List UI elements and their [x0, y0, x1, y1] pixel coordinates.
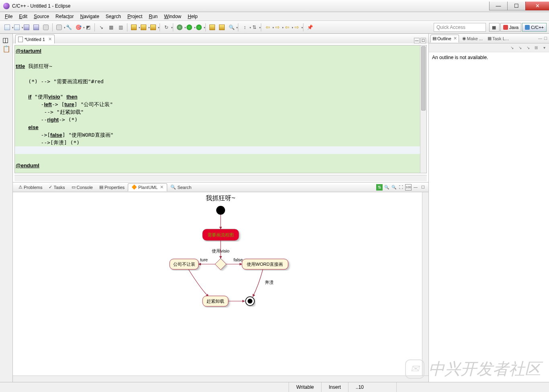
main-toolbar: 🔧 🎯 ◩ ↘ ▦ ▥ ↻ 🔍 ↕ ⇅ ⇦ ⇨ ⇦ ⇨ 📌 Quick Acce…: [0, 21, 549, 34]
svg-text:需要画流程图: 需要画流程图: [207, 232, 234, 237]
last-edit-button[interactable]: ⇦: [283, 23, 291, 32]
status-writable: Writable: [289, 382, 321, 392]
new-pkg-button[interactable]: [208, 23, 217, 32]
block-button[interactable]: ▦: [107, 23, 115, 32]
restore-icon[interactable]: ◫: [2, 36, 10, 44]
minimize-button[interactable]: —: [489, 2, 508, 10]
status-insert: Insert: [321, 382, 348, 392]
close-button[interactable]: ✕: [525, 2, 549, 10]
save-button[interactable]: [22, 23, 31, 32]
filter1-icon[interactable]: ↘: [509, 45, 515, 51]
file-icon: [18, 37, 23, 42]
min-view-icon[interactable]: —: [412, 184, 419, 191]
svg-text:奔溃: 奔溃: [265, 280, 274, 285]
menu-window[interactable]: Window: [161, 13, 184, 20]
next-edit-button[interactable]: ⇨: [292, 23, 301, 32]
target-button[interactable]: 🎯: [74, 23, 83, 32]
forward-button[interactable]: ⇨: [273, 23, 282, 32]
open-perspective-button[interactable]: ▦: [489, 23, 500, 32]
new-button[interactable]: [3, 23, 12, 32]
close-tab-icon[interactable]: ✕: [48, 37, 52, 42]
minimize-editor-icon[interactable]: —: [414, 38, 420, 43]
tab-tasks[interactable]: ✓ Tasks: [45, 183, 68, 191]
perspective-cpp[interactable]: C/C++: [522, 23, 547, 32]
run-button[interactable]: [185, 23, 194, 32]
open-type-button[interactable]: [217, 23, 226, 32]
step-button[interactable]: ↕: [240, 23, 249, 32]
zoom-out-icon[interactable]: 🔍: [391, 184, 397, 191]
perspective-java[interactable]: Java: [500, 23, 521, 32]
bottom-tab-bar: ⚠ Problems ✓ Tasks ▭ Console ▤ Propertie…: [13, 183, 428, 192]
close-icon[interactable]: ✕: [160, 185, 164, 190]
svg-text:使用WORD直接画: 使用WORD直接画: [247, 262, 283, 267]
diagram-hscroll[interactable]: [13, 376, 428, 382]
svg-text:使用visio: 使用visio: [212, 248, 229, 253]
menu-icon[interactable]: ▾: [541, 45, 547, 51]
maximize-editor-icon[interactable]: ☐: [420, 38, 426, 43]
min-icon[interactable]: —: [538, 36, 542, 41]
code-editor[interactable]: @startuml title 我抓狂呀~ (*) --> "需要画流程图"#r…: [14, 45, 427, 173]
new-project-button[interactable]: [12, 23, 21, 32]
group-icon[interactable]: ⊞: [533, 45, 539, 51]
save-all-button[interactable]: [32, 23, 41, 32]
menu-edit[interactable]: Edit: [16, 13, 31, 20]
new-src-button[interactable]: [149, 23, 158, 32]
editor-tab-untitled1[interactable]: *Untitled 1 ✕: [15, 35, 55, 43]
block2-button[interactable]: ▥: [116, 23, 125, 32]
svg-text:赶紧卸载: 赶紧卸载: [207, 299, 224, 304]
menu-run[interactable]: Run: [145, 13, 161, 20]
back-button[interactable]: ⇦: [263, 23, 272, 32]
tab-problems[interactable]: ⚠ Problems: [15, 183, 45, 191]
menu-refactor[interactable]: Refactor: [52, 13, 77, 20]
max-view-icon[interactable]: ☐: [420, 184, 426, 191]
menu-bar: File Edit Source Refactor Navigate Searc…: [0, 12, 549, 21]
fit-icon[interactable]: ⛶: [398, 184, 404, 191]
menu-source[interactable]: Source: [31, 13, 52, 20]
zoom-in-icon[interactable]: 🔍: [383, 184, 390, 191]
zoom-100-icon[interactable]: 100: [405, 184, 412, 191]
menu-project[interactable]: Project: [124, 13, 145, 20]
editor-tab-label: *Untitled 1: [25, 37, 45, 42]
binary-button[interactable]: ◩: [84, 23, 92, 32]
refresh-button[interactable]: ↻: [162, 23, 171, 32]
tab-search[interactable]: 🔍 Search: [167, 183, 195, 191]
pin-button[interactable]: 📌: [305, 23, 314, 32]
debug-button[interactable]: [175, 23, 184, 32]
clipboard-icon[interactable]: 📋: [2, 45, 10, 53]
new-class-button[interactable]: [129, 23, 138, 32]
step2-button[interactable]: ⇅: [250, 23, 259, 32]
menu-search[interactable]: Search: [102, 13, 124, 20]
maximize-button[interactable]: ☐: [507, 2, 526, 10]
filter3-icon[interactable]: ↘: [525, 45, 531, 51]
tab-plantuml[interactable]: 🔶 PlantUML✕: [128, 183, 167, 191]
menu-help[interactable]: Help: [184, 13, 201, 20]
left-trim: ◫ 📋: [0, 34, 13, 382]
filter2-icon[interactable]: ↘: [517, 45, 523, 51]
max-icon[interactable]: ☐: [544, 36, 547, 41]
plantuml-preview[interactable]: 我抓狂呀~ 需要画流程图 使用visio ture: [13, 192, 428, 382]
wrench-button[interactable]: 🔧: [64, 23, 73, 32]
outline-body: An outline is not available.: [429, 52, 549, 382]
tab-make[interactable]: ◉ Make ...: [461, 35, 484, 43]
current-line-highlight: [15, 146, 426, 154]
tab-tasklist[interactable]: ▦ Task L...: [486, 35, 510, 43]
menu-navigate[interactable]: Navigate: [77, 13, 102, 20]
quick-access-input[interactable]: Quick Access: [434, 23, 486, 32]
eclipse-icon: [3, 3, 10, 9]
menu-file[interactable]: File: [2, 13, 16, 20]
sync-icon[interactable]: ⇅: [376, 184, 383, 191]
run-last-button[interactable]: [195, 23, 203, 32]
outline-tab-bar: ▤ Outline✕ ◉ Make ... ▦ Task L... — ☐: [429, 34, 549, 43]
new-folder-button[interactable]: [139, 23, 148, 32]
na-button[interactable]: ↘: [97, 23, 106, 32]
tab-console[interactable]: ▭ Console: [68, 183, 96, 191]
build-button[interactable]: [55, 23, 64, 32]
tab-outline[interactable]: ▤ Outline✕: [430, 35, 459, 43]
editor-vscrollbar[interactable]: [420, 45, 426, 173]
diagram-vscroll[interactable]: [422, 192, 428, 376]
print-button[interactable]: [41, 23, 50, 32]
tab-properties[interactable]: ▤ Properties: [96, 183, 128, 191]
svg-point-20: [248, 299, 252, 304]
search2-button[interactable]: 🔍: [227, 23, 236, 32]
editor-hscrollbar[interactable]: [14, 175, 427, 181]
